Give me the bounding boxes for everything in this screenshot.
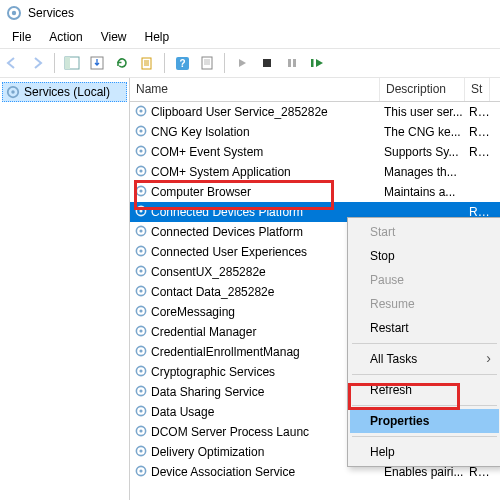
service-row[interactable]: Computer BrowserMaintains a... <box>130 182 500 202</box>
header-name[interactable]: Name <box>130 78 380 101</box>
service-description: Manages th... <box>380 165 465 179</box>
show-hide-tree-button[interactable] <box>63 54 81 72</box>
service-name: Data Sharing Service <box>151 385 264 399</box>
header-description[interactable]: Description <box>380 78 465 101</box>
tree-root-services-local[interactable]: Services (Local) <box>2 82 127 102</box>
service-description: The CNG ke... <box>380 125 465 139</box>
gear-icon <box>134 404 148 421</box>
service-description: Enables pairi... <box>380 465 465 479</box>
svg-point-36 <box>139 309 142 312</box>
ctx-separator <box>352 436 497 437</box>
properties-toolbar-button[interactable] <box>198 54 216 72</box>
svg-rect-8 <box>202 57 212 69</box>
svg-point-30 <box>139 249 142 252</box>
svg-point-1 <box>12 11 16 15</box>
ctx-separator <box>352 374 497 375</box>
gear-icon <box>134 164 148 181</box>
service-row[interactable]: COM+ Event SystemSupports Sy...R… <box>130 142 500 162</box>
service-name: CredentialEnrollmentManag <box>151 345 300 359</box>
service-name: Clipboard User Service_285282e <box>151 105 328 119</box>
restart-service-button[interactable] <box>308 54 326 72</box>
forward-button[interactable] <box>28 54 46 72</box>
gear-icon <box>134 344 148 361</box>
ctx-all-tasks[interactable]: All Tasks <box>350 347 499 371</box>
toolbar-separator <box>224 53 225 73</box>
gear-icon <box>134 184 148 201</box>
svg-point-22 <box>139 169 142 172</box>
start-service-button[interactable] <box>233 54 251 72</box>
service-name: Computer Browser <box>151 185 251 199</box>
ctx-stop[interactable]: Stop <box>350 244 499 268</box>
svg-rect-9 <box>263 59 271 67</box>
service-name: DCOM Server Process Launc <box>151 425 309 439</box>
ctx-resume[interactable]: Resume <box>350 292 499 316</box>
stop-service-button[interactable] <box>258 54 276 72</box>
svg-rect-3 <box>65 57 70 69</box>
list-header: Name Description St <box>130 78 500 102</box>
context-menu: Start Stop Pause Resume Restart All Task… <box>347 217 500 467</box>
service-row[interactable]: Clipboard User Service_285282eThis user … <box>130 102 500 122</box>
gear-icon <box>134 144 148 161</box>
menu-help[interactable]: Help <box>137 28 178 46</box>
svg-point-16 <box>139 109 142 112</box>
gear-icon <box>134 304 148 321</box>
gear-icon <box>134 124 148 141</box>
gear-icon <box>134 264 148 281</box>
pause-service-button[interactable] <box>283 54 301 72</box>
tree-panel: Services (Local) <box>0 78 130 500</box>
svg-point-18 <box>139 129 142 132</box>
ctx-properties[interactable]: Properties <box>350 409 499 433</box>
service-name: Connected User Experiences <box>151 245 307 259</box>
svg-text:?: ? <box>179 58 185 69</box>
service-name: Connected Devices Platform <box>151 205 303 219</box>
title-bar: Services <box>0 0 500 26</box>
svg-point-38 <box>139 329 142 332</box>
service-status: R… <box>465 125 490 139</box>
gear-icon <box>134 284 148 301</box>
header-status[interactable]: St <box>465 78 490 101</box>
gear-icon <box>6 85 20 99</box>
export-list-button[interactable] <box>138 54 156 72</box>
service-name: CoreMessaging <box>151 305 235 319</box>
svg-rect-10 <box>288 59 291 67</box>
ctx-start[interactable]: Start <box>350 220 499 244</box>
refresh-button[interactable] <box>113 54 131 72</box>
ctx-separator <box>352 343 497 344</box>
svg-point-52 <box>139 469 142 472</box>
svg-rect-11 <box>293 59 296 67</box>
menu-bar: File Action View Help <box>0 26 500 48</box>
svg-rect-12 <box>311 59 314 67</box>
menu-file[interactable]: File <box>4 28 39 46</box>
svg-point-50 <box>139 449 142 452</box>
menu-view[interactable]: View <box>93 28 135 46</box>
gear-icon <box>6 5 22 21</box>
gear-icon <box>134 464 148 481</box>
service-name: CNG Key Isolation <box>151 125 250 139</box>
menu-action[interactable]: Action <box>41 28 90 46</box>
service-name: Connected Devices Platform <box>151 225 303 239</box>
toolbar-separator <box>54 53 55 73</box>
gear-icon <box>134 244 148 261</box>
service-row[interactable]: COM+ System ApplicationManages th... <box>130 162 500 182</box>
gear-icon <box>134 364 148 381</box>
ctx-restart[interactable]: Restart <box>350 316 499 340</box>
gear-icon <box>134 444 148 461</box>
ctx-refresh[interactable]: Refresh <box>350 378 499 402</box>
service-name: Contact Data_285282e <box>151 285 274 299</box>
service-name: Device Association Service <box>151 465 295 479</box>
svg-point-32 <box>139 269 142 272</box>
ctx-pause[interactable]: Pause <box>350 268 499 292</box>
svg-point-46 <box>139 409 142 412</box>
help-button[interactable]: ? <box>173 54 191 72</box>
svg-point-28 <box>139 229 142 232</box>
svg-point-26 <box>139 209 142 212</box>
service-row[interactable]: CNG Key IsolationThe CNG ke...R… <box>130 122 500 142</box>
export-button[interactable] <box>88 54 106 72</box>
ctx-help[interactable]: Help <box>350 440 499 464</box>
svg-point-42 <box>139 369 142 372</box>
service-name: COM+ Event System <box>151 145 263 159</box>
gear-icon <box>134 324 148 341</box>
back-button[interactable] <box>3 54 21 72</box>
svg-point-40 <box>139 349 142 352</box>
service-status: R… <box>465 105 490 119</box>
